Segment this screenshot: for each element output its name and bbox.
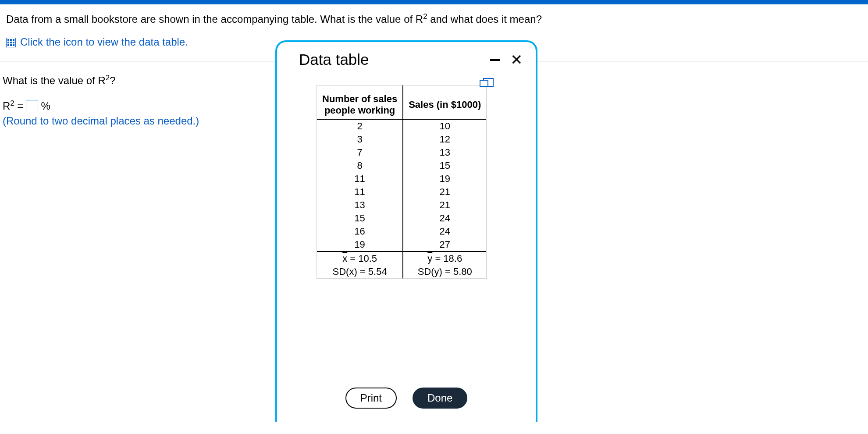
expr-var: R2 = [3, 100, 23, 112]
cell-x: 16 [317, 225, 403, 238]
table-row: 713 [317, 146, 486, 159]
cell-y: 21 [403, 199, 486, 212]
sdy: SD(y) = 5.80 [403, 265, 486, 278]
data-table: Number of sales people working Sales (in… [317, 85, 486, 278]
table-row: 815 [317, 159, 486, 172]
ybar: y = 18.6 [403, 252, 486, 265]
table-row: 1524 [317, 212, 486, 225]
table-row: 1119 [317, 172, 486, 185]
data-table-modal: Data table ✕ Number of sales people work… [275, 40, 537, 422]
cell-y: 19 [403, 172, 486, 185]
cell-y: 24 [403, 212, 486, 225]
modal-body: Number of sales people working Sales (in… [277, 72, 536, 370]
data-table-link-text: Click the icon to view the data table. [20, 35, 188, 49]
expr-unit: % [41, 100, 50, 112]
table-row: 1321 [317, 199, 486, 212]
col1-header-l1: Number of sales [322, 93, 397, 105]
print-button[interactable]: Print [345, 388, 397, 409]
table-row: 1121 [317, 185, 486, 199]
subq-before: What is the value of R [3, 75, 106, 86]
col1-header: Number of sales people working [317, 85, 403, 119]
table-row: 1927 [317, 238, 486, 252]
cell-x: 15 [317, 212, 403, 225]
stats-mean-row: x = 10.5 y = 18.6 [317, 252, 486, 265]
data-table-body: 210 312 713 815 1119 1121 1321 1524 1624… [317, 119, 486, 252]
stats-sd-row: SD(x) = 5.54 SD(y) = 5.80 [317, 265, 486, 278]
modal-header: Data table ✕ [277, 42, 536, 72]
prompt-text-after: and what does it mean? [427, 13, 542, 25]
cell-x: 8 [317, 159, 403, 172]
expr-R: R [3, 100, 10, 112]
cell-y: 13 [403, 146, 486, 159]
subq-sup: 2 [106, 74, 110, 82]
copy-icon[interactable] [480, 80, 488, 87]
r-squared-input[interactable] [26, 100, 38, 112]
window-controls: ✕ [490, 52, 523, 67]
col1-header-l2: people working [322, 105, 397, 116]
cell-x: 3 [317, 133, 403, 146]
table-row: 210 [317, 119, 486, 133]
cell-x: 13 [317, 199, 403, 212]
top-accent-bar [0, 0, 868, 4]
prompt-text-before: Data from a small bookstore are shown in… [6, 13, 423, 25]
data-table-container: Number of sales people working Sales (in… [317, 85, 487, 279]
cell-y: 21 [403, 185, 486, 199]
cell-y: 24 [403, 225, 486, 238]
question-prompt: Data from a small bookstore are shown in… [6, 12, 862, 26]
cell-x: 11 [317, 172, 403, 185]
table-row: 1624 [317, 225, 486, 238]
expr-sup: 2 [10, 99, 14, 107]
cell-y: 12 [403, 133, 486, 146]
minimize-icon[interactable] [490, 59, 500, 61]
modal-title: Data table [299, 51, 369, 68]
expr-eq: = [14, 100, 24, 112]
cell-x: 11 [317, 185, 403, 199]
col2-header: Sales (in $1000) [403, 85, 486, 119]
sdx: SD(x) = 5.54 [317, 265, 403, 278]
cell-y: 10 [403, 119, 486, 133]
table-icon [6, 38, 16, 47]
cell-x: 19 [317, 238, 403, 252]
cell-x: 2 [317, 119, 403, 133]
table-row: 312 [317, 133, 486, 146]
subq-after: ? [110, 75, 115, 86]
done-button[interactable]: Done [413, 388, 467, 409]
cell-y: 27 [403, 238, 486, 252]
modal-footer: Print Done [277, 370, 536, 422]
close-icon[interactable]: ✕ [510, 52, 523, 67]
xbar: x = 10.5 [317, 252, 403, 265]
cell-x: 7 [317, 146, 403, 159]
cell-y: 15 [403, 159, 486, 172]
